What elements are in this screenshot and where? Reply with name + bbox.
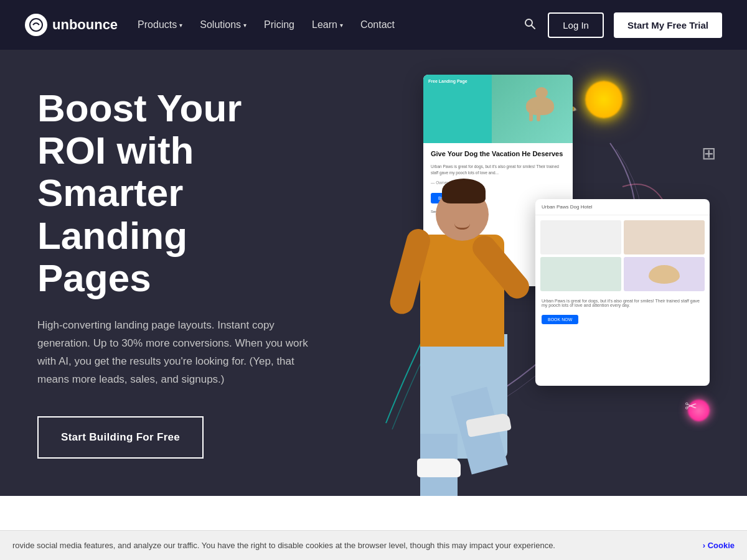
cookie-banner: rovide social media features, and analyz…	[0, 530, 747, 560]
navigation: unbounce Products ▾ Solutions ▾ Pricing …	[0, 0, 747, 50]
secondary-footer-text: Urban Paws is great for dogs, but it's a…	[535, 296, 710, 310]
nav-links: Products ▾ Solutions ▾ Pricing Learn ▾ C…	[138, 19, 395, 30]
hero-subtitle: High-converting landing page layouts. In…	[37, 317, 311, 389]
secondary-mockup-header: Urban Paws Dog Hotel	[535, 199, 710, 215]
nav-products[interactable]: Products ▾	[138, 19, 182, 30]
logo[interactable]: unbounce	[25, 14, 118, 36]
secondary-cta: BOOK NOW	[535, 310, 710, 327]
svg-line-2	[532, 26, 535, 29]
solutions-chevron-icon: ▾	[243, 22, 247, 29]
svg-point-0	[30, 19, 42, 31]
search-icon	[524, 18, 535, 29]
cookie-more-link[interactable]: › Cookie	[703, 541, 735, 550]
logo-icon	[25, 14, 47, 36]
cookie-text: rovide social media features, and analyz…	[12, 541, 698, 550]
unbounce-logo-svg	[29, 18, 43, 32]
nav-learn[interactable]: Learn ▾	[312, 19, 343, 30]
hero-title: Boost Your ROI with Smarter Landing Page…	[37, 87, 311, 299]
grid-cell-4	[624, 257, 705, 291]
hero-cta-button[interactable]: Start Building For Free	[37, 416, 204, 459]
nav-left: unbounce Products ▾ Solutions ▾ Pricing …	[25, 14, 395, 36]
login-button[interactable]: Log In	[548, 12, 604, 38]
scissors-icon: ✂	[685, 398, 697, 415]
hero-content: Boost Your ROI with Smarter Landing Page…	[0, 50, 349, 496]
hero-section: Boost Your ROI with Smarter Landing Page…	[0, 50, 747, 496]
nav-solutions[interactable]: Solutions ▾	[200, 19, 247, 30]
dog-illustration	[517, 84, 566, 128]
nav-contact[interactable]: Contact	[360, 19, 395, 30]
layout-icon: ⊞	[702, 143, 716, 164]
mockup-page-label: Free Landing Page	[428, 78, 467, 85]
brand-name: unbounce	[52, 17, 118, 33]
learn-chevron-icon: ▾	[340, 22, 343, 29]
secondary-grid	[535, 215, 710, 296]
hero-visual: ✏️ ⊞ ✂ Free Landing Page Give Your Dog t…	[349, 50, 747, 496]
search-button[interactable]	[522, 16, 538, 35]
nav-right: Log In Start My Free Trial	[522, 12, 722, 38]
nav-pricing[interactable]: Pricing	[264, 19, 294, 30]
person-illustration	[367, 135, 554, 496]
mockup-header: Free Landing Page	[423, 75, 573, 143]
secondary-mockup-card: Urban Paws Dog Hotel Urban Paws is great…	[535, 199, 710, 386]
yellow-orb	[585, 81, 622, 118]
mockup-image-area	[492, 75, 573, 143]
grid-cell-2	[624, 220, 705, 254]
products-chevron-icon: ▾	[179, 22, 182, 29]
start-trial-button[interactable]: Start My Free Trial	[614, 12, 722, 38]
